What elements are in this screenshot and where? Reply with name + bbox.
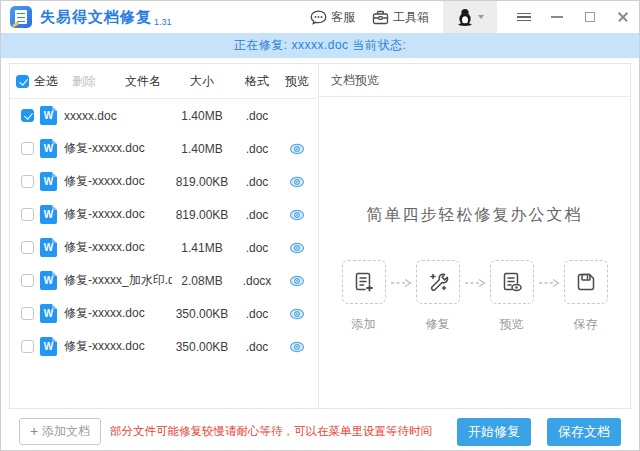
dashed-arrow-icon bbox=[464, 277, 486, 289]
eye-icon bbox=[289, 176, 305, 188]
row-checkbox[interactable] bbox=[21, 241, 34, 254]
word-document-icon: W bbox=[40, 337, 57, 356]
preview-eye-cell[interactable] bbox=[282, 307, 312, 321]
add-document-label: 添加文档 bbox=[42, 423, 90, 440]
row-checkbox[interactable] bbox=[21, 208, 34, 221]
word-document-icon: W bbox=[40, 238, 57, 257]
word-document-icon: W bbox=[40, 106, 57, 125]
file-format: .doc bbox=[232, 241, 282, 255]
add-document-icon bbox=[352, 270, 376, 294]
titlebar: 失易得文档修复 1.31 客服 工具箱 bbox=[1, 1, 639, 33]
file-name: 修复-xxxxx.doc bbox=[64, 239, 172, 256]
row-checkbox[interactable] bbox=[21, 274, 34, 287]
toolbox-button[interactable]: 工具箱 bbox=[372, 9, 429, 26]
bottom-bar: + 添加文档 部分文件可能修复较慢请耐心等待，可以在菜单里设置等待时间 开始修复… bbox=[1, 411, 639, 451]
table-row[interactable]: W 修复-xxxxx.doc 819.00KB .doc bbox=[10, 165, 318, 198]
table-row[interactable]: W 修复-xxxxx.doc 350.00KB .doc bbox=[10, 297, 318, 330]
word-document-icon: W bbox=[40, 205, 57, 224]
hamburger-menu-icon bbox=[517, 11, 531, 24]
column-preview: 预览 bbox=[282, 73, 312, 90]
file-format: .doc bbox=[232, 208, 282, 222]
toolbox-label: 工具箱 bbox=[393, 9, 429, 26]
file-name: 修复-xxxxx.doc bbox=[64, 173, 172, 190]
close-icon bbox=[617, 11, 629, 23]
qq-login-button[interactable] bbox=[443, 1, 497, 33]
table-row[interactable]: W 修复-xxxxx.doc 1.41MB .doc bbox=[10, 231, 318, 264]
step-preview-label: 预览 bbox=[500, 316, 524, 333]
select-all-label[interactable]: 全选 bbox=[34, 73, 58, 90]
file-name: 修复-xxxxx_加水印.docx bbox=[64, 272, 172, 289]
eye-icon bbox=[289, 209, 305, 221]
steps-headline: 简单四步轻松修复办公文档 bbox=[319, 205, 630, 226]
file-size: 350.00KB bbox=[172, 340, 232, 354]
table-row[interactable]: W 修复-xxxxx.doc 819.00KB .doc bbox=[10, 198, 318, 231]
start-repair-button[interactable]: 开始修复 bbox=[457, 418, 531, 446]
column-size: 大小 bbox=[172, 73, 232, 90]
file-size: 819.00KB bbox=[172, 175, 232, 189]
delete-button[interactable]: 删除 bbox=[72, 73, 96, 90]
preview-eye-cell[interactable] bbox=[282, 241, 312, 255]
preview-eye-cell[interactable] bbox=[282, 175, 312, 189]
column-format: 格式 bbox=[232, 73, 282, 90]
app-window: 失易得文档修复 1.31 客服 工具箱 bbox=[0, 0, 640, 451]
file-size: 2.08MB bbox=[172, 274, 232, 288]
preview-eye-cell[interactable] bbox=[282, 340, 312, 354]
file-format: .doc bbox=[232, 340, 282, 354]
eye-icon bbox=[289, 242, 305, 254]
preview-eye-cell[interactable] bbox=[282, 142, 312, 156]
maximize-button[interactable] bbox=[573, 1, 606, 33]
preview-panel-body: 简单四步轻松修复办公文档 添加 bbox=[319, 97, 630, 408]
file-format: .doc bbox=[232, 109, 282, 123]
file-format: .doc bbox=[232, 175, 282, 189]
table-row[interactable]: W 修复-xxxxx_加水印.docx 2.08MB .docx bbox=[10, 264, 318, 297]
file-size: 1.40MB bbox=[172, 142, 232, 156]
close-button[interactable] bbox=[606, 1, 639, 33]
file-format: .doc bbox=[232, 142, 282, 156]
column-filename: 文件名 bbox=[125, 73, 161, 90]
table-row[interactable]: W 修复-xxxxx.doc 1.40MB .doc bbox=[10, 132, 318, 165]
row-checkbox[interactable] bbox=[21, 175, 34, 188]
dashed-arrow-icon bbox=[538, 277, 560, 289]
file-name: 修复-xxxxx.doc bbox=[64, 140, 172, 157]
row-checkbox[interactable] bbox=[21, 109, 34, 122]
preview-document-icon bbox=[500, 270, 524, 294]
file-list-panel: 全选 删除 文件名 大小 格式 预览 W xxxxx.doc 1.40MB .d… bbox=[10, 64, 318, 408]
step-repair-label: 修复 bbox=[426, 316, 450, 333]
eye-icon bbox=[289, 275, 305, 287]
file-list-header: 全选 删除 文件名 大小 格式 预览 bbox=[10, 64, 318, 99]
row-checkbox[interactable] bbox=[21, 307, 34, 320]
add-document-button[interactable]: + 添加文档 bbox=[19, 418, 101, 445]
step-repair: 修复 bbox=[415, 260, 461, 333]
minimize-icon bbox=[551, 16, 563, 18]
row-checkbox[interactable] bbox=[21, 340, 34, 353]
select-all-checkbox[interactable] bbox=[16, 75, 29, 88]
preview-eye-cell[interactable] bbox=[282, 274, 312, 288]
repair-status-text: 正在修复: xxxxx.doc 当前状态: bbox=[234, 37, 407, 54]
preview-eye-cell[interactable] bbox=[282, 208, 312, 222]
main-content: 全选 删除 文件名 大小 格式 预览 W xxxxx.doc 1.40MB .d… bbox=[9, 63, 631, 409]
eye-icon bbox=[289, 308, 305, 320]
app-version: 1.31 bbox=[154, 17, 172, 27]
file-list-body: W xxxxx.doc 1.40MB .doc W 修复-xxxxx.doc 1… bbox=[10, 99, 318, 408]
table-row[interactable]: W 修复-xxxxx.doc 350.00KB .doc bbox=[10, 330, 318, 363]
eye-icon bbox=[289, 143, 305, 155]
word-document-icon: W bbox=[40, 172, 57, 191]
save-document-button[interactable]: 保存文档 bbox=[547, 418, 621, 446]
customer-service-label: 客服 bbox=[331, 9, 355, 26]
file-name: 修复-xxxxx.doc bbox=[64, 206, 172, 223]
step-save: 保存 bbox=[563, 260, 609, 333]
minimize-button[interactable] bbox=[540, 1, 573, 33]
step-add: 添加 bbox=[341, 260, 387, 333]
customer-service-button[interactable]: 客服 bbox=[310, 9, 355, 26]
preview-panel-title: 文档预览 bbox=[331, 72, 379, 89]
table-row[interactable]: W xxxxx.doc 1.40MB .doc bbox=[10, 99, 318, 132]
repair-warning-text: 部分文件可能修复较慢请耐心等待，可以在菜单里设置等待时间 bbox=[110, 424, 457, 439]
step-save-label: 保存 bbox=[574, 316, 598, 333]
step-preview: 预览 bbox=[489, 260, 535, 333]
step-add-label: 添加 bbox=[352, 316, 376, 333]
file-format: .docx bbox=[232, 274, 282, 288]
maximize-icon bbox=[585, 12, 595, 22]
row-checkbox[interactable] bbox=[21, 142, 34, 155]
word-document-icon: W bbox=[40, 139, 57, 158]
menu-button[interactable] bbox=[507, 1, 540, 33]
